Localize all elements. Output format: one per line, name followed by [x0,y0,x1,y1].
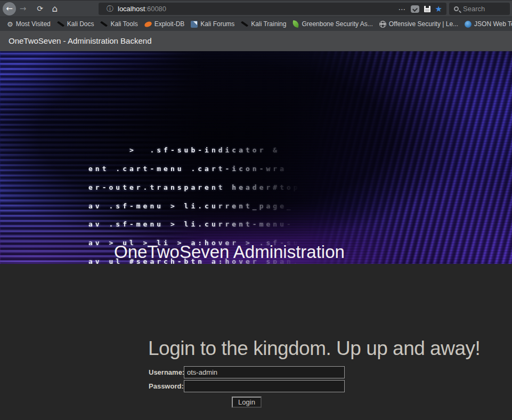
login-heading: Login to the kingdom. Up up and away! [148,337,480,360]
site-navbar-title: OneTwoSeven - Administration Backend [9,36,151,45]
jwt-icon [465,21,472,28]
back-button[interactable]: ← [3,2,16,15]
url-bar[interactable]: ⓘ localhost :60080 ⋯ ★ [99,3,446,15]
refresh-button[interactable]: ⟳ [33,4,47,13]
search-input[interactable] [463,5,506,13]
bookmark-label: Kali Docs [67,20,94,28]
pocket-icon[interactable] [411,5,419,13]
page-actions-icon[interactable]: ⋯ [399,5,406,13]
refresh-icon: ⟳ [37,4,43,13]
bookmark-label: Most Visited [16,20,51,28]
forward-icon: → [20,4,27,13]
bookmark-star-icon[interactable]: ★ [435,4,442,14]
bookmarks-bar: ⚙ Most Visited Kali Docs Kali Tools Expl… [0,17,512,31]
back-icon: ← [6,4,13,13]
password-label: Password: [149,382,184,390]
bookmark-most-visited[interactable]: ⚙ Most Visited [4,18,53,30]
hero-title: OneTwoSeven Administration [114,242,345,262]
search-icon [454,6,459,11]
bookmark-kali-forums[interactable]: Kali Forums [188,18,237,30]
bookmark-greenbone[interactable]: Greenbone Security As... [290,18,375,30]
bookmark-offensive-security[interactable]: Offensive Security | Le... [377,18,461,30]
site-info-icon[interactable]: ⓘ [107,4,113,14]
kali-forums-icon [191,21,198,28]
kali-slash-icon [241,21,248,27]
site-navbar: OneTwoSeven - Administration Backend [0,31,512,51]
url-host: localhost [118,5,145,13]
browser-toolbar: ← → ⟳ ⌂ ⓘ localhost :60080 ⋯ ★ [0,0,512,17]
bookmark-label: Kali Forums [200,20,234,28]
bookmark-label: Exploit-DB [155,20,185,28]
hero-image: > .sf-sub-indicator & ent .cart-menu .ca… [0,51,512,264]
password-row: Password: [149,380,345,392]
bookmark-kali-docs[interactable]: Kali Docs [54,18,97,30]
bookmark-label: Kali Tools [110,20,137,28]
leaf-icon [292,20,299,28]
save-page-icon[interactable] [424,6,430,12]
bookmark-jwt[interactable]: JSON Web Token (JWT) [462,18,512,30]
search-bar[interactable] [449,3,510,15]
login-button[interactable]: Login [232,397,262,408]
bookmark-exploit-db[interactable]: Exploit-DB [142,18,188,30]
username-input[interactable] [184,366,345,378]
username-row: Username: [149,366,345,378]
home-button[interactable]: ⌂ [48,3,62,14]
gear-icon: ⚙ [7,20,13,28]
kali-slash-icon [101,21,108,27]
forward-button[interactable]: → [16,4,30,13]
home-icon: ⌂ [52,3,58,14]
bookmark-label: JSON Web Token (JWT) [474,20,512,28]
bookmark-label: Kali Training [251,20,286,28]
login-form: Username: Password: Login [149,366,345,408]
bookmark-kali-training[interactable]: Kali Training [238,18,289,30]
bookmark-label: Offensive Security | Le... [389,20,458,28]
globe-icon [379,21,386,28]
exploit-db-icon [144,21,152,28]
username-label: Username: [149,368,184,376]
url-port: :60080 [145,5,166,13]
bookmark-kali-tools[interactable]: Kali Tools [97,18,140,30]
kali-slash-icon [57,21,64,27]
password-input[interactable] [184,380,345,392]
bookmark-label: Greenbone Security As... [302,20,372,28]
